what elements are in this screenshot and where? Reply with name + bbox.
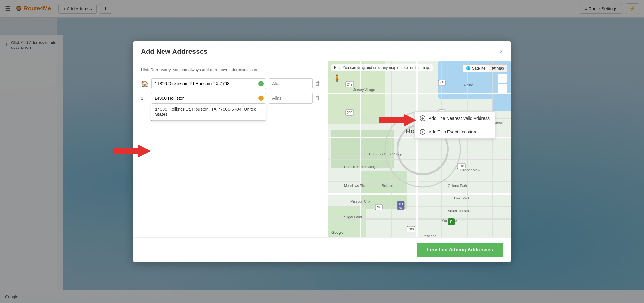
svg-rect-8 <box>328 93 511 94</box>
address-input-home[interactable] <box>151 78 266 89</box>
zoom-out-button[interactable]: − <box>497 84 507 93</box>
svg-text:Pearland: Pearland <box>423 234 436 237</box>
satellite-icon: 🌐 <box>466 66 471 70</box>
status-indicator-1 <box>258 96 264 101</box>
svg-text:Sugar Land: Sugar Land <box>344 215 362 219</box>
modal-header: Add New Addresses × <box>133 41 511 61</box>
map-context-menu: Add The Nearest Valid Address Add This E… <box>414 111 495 139</box>
finished-adding-button[interactable]: Finished Adding Addresses <box>417 243 503 257</box>
map-view-toggle: 🌐 Satellite 🗺 Map <box>463 64 508 72</box>
modal: Add New Addresses × Hint: Don't worry, y… <box>133 41 511 262</box>
svg-text:Deer Park: Deer Park <box>454 196 470 200</box>
nearest-valid-label: Add The Nearest Valid Address <box>429 116 490 121</box>
map-hint-text: Hint: You can drag and drop any map mark… <box>331 64 433 71</box>
svg-rect-19 <box>441 61 442 237</box>
svg-rect-11 <box>328 159 511 160</box>
map-icon: 🗺 <box>492 66 496 70</box>
red-arrow-left <box>113 145 151 159</box>
map-svg: Houston Jersey Village Aldine Dyersdale … <box>328 61 511 237</box>
map-label: Map <box>497 66 504 70</box>
svg-rect-14 <box>328 206 511 207</box>
svg-text:Bellaire: Bellaire <box>382 184 393 188</box>
nearest-valid-icon <box>420 115 425 121</box>
svg-text:Aldine: Aldine <box>464 83 473 87</box>
svg-text:South Houston: South Houston <box>448 209 471 213</box>
zoom-in-button[interactable]: + <box>497 74 507 83</box>
autocomplete-item[interactable]: 14300 Hollister St, Houston, TX 77066-57… <box>151 104 266 120</box>
modal-right-panel: Houston Jersey Village Aldine Dyersdale … <box>328 61 511 237</box>
svg-text:Hunters Creek Village: Hunters Creek Village <box>369 152 403 156</box>
svg-text:90: 90 <box>377 205 381 209</box>
map-controls: + − <box>497 74 507 93</box>
svg-text:Meadows Place: Meadows Place <box>344 184 369 188</box>
svg-text:Galena Park: Galena Park <box>448 184 467 188</box>
map-person-icon: 🧍 <box>333 74 341 82</box>
alias-input-1[interactable] <box>269 93 313 104</box>
svg-rect-13 <box>328 193 511 195</box>
address-row-home: 🏠 🗑 <box>141 78 321 89</box>
modal-hint-text: Hint: Don't worry, you can always add or… <box>141 67 321 72</box>
exact-location-icon <box>420 129 425 135</box>
svg-marker-62 <box>379 114 416 126</box>
status-indicator-home <box>258 81 264 86</box>
svg-rect-21 <box>492 61 493 237</box>
modal-left-panel: Hint: Don't worry, you can always add or… <box>133 61 328 237</box>
svg-rect-18 <box>416 61 418 237</box>
svg-marker-0 <box>113 145 151 157</box>
exact-location-label: Add This Exact Location <box>429 129 476 134</box>
google-logo-map: Google <box>331 230 344 235</box>
map-button[interactable]: 🗺 Map <box>489 65 507 72</box>
satellite-label: Satellite <box>472 66 486 70</box>
context-menu-item-nearest[interactable]: Add The Nearest Valid Address <box>415 112 495 125</box>
address-number-1: 1. <box>141 95 148 101</box>
delete-button-home[interactable]: 🗑 <box>315 80 321 87</box>
svg-rect-16 <box>360 61 361 237</box>
svg-rect-17 <box>391 61 392 237</box>
svg-rect-12 <box>328 181 511 182</box>
delete-button-1[interactable]: 🗑 <box>315 95 321 101</box>
modal-title: Add New Addresses <box>141 48 208 56</box>
svg-text:45: 45 <box>440 81 444 85</box>
address-input-wrap-home <box>151 78 266 89</box>
autocomplete-dropdown: 14300 Hollister St, Houston, TX 77066-57… <box>151 104 266 121</box>
home-icon: 🏠 <box>141 80 149 87</box>
modal-footer: Finished Adding Addresses <box>133 237 511 262</box>
alias-input-home[interactable] <box>269 78 313 89</box>
svg-text:610: 610 <box>459 165 464 168</box>
address-input-wrap-1: 14300 Hollister St, Houston, TX 77066-57… <box>151 93 266 104</box>
modal-close-button[interactable]: × <box>499 48 503 55</box>
context-menu-item-exact[interactable]: Add This Exact Location <box>415 125 495 138</box>
modal-body: Hint: Don't worry, you can always add or… <box>133 61 511 237</box>
red-arrow-map <box>379 114 419 128</box>
svg-text:S: S <box>450 219 452 224</box>
svg-text:Hunters Creek Village: Hunters Creek Village <box>344 165 378 169</box>
map-area[interactable]: Houston Jersey Village Aldine Dyersdale … <box>328 61 511 237</box>
svg-text:288: 288 <box>408 227 414 231</box>
svg-text:249: 249 <box>347 83 353 86</box>
svg-text:Missouri City: Missouri City <box>350 199 370 203</box>
svg-text:Jersey Village: Jersey Village <box>353 88 375 92</box>
svg-text:290: 290 <box>347 111 353 115</box>
address-row-1: 1. 14300 Hollister St, Houston, TX 77066… <box>141 93 321 104</box>
address-input-1[interactable] <box>151 93 266 104</box>
svg-text:90: 90 <box>399 206 402 209</box>
satellite-button[interactable]: 🌐 Satellite <box>463 65 489 72</box>
